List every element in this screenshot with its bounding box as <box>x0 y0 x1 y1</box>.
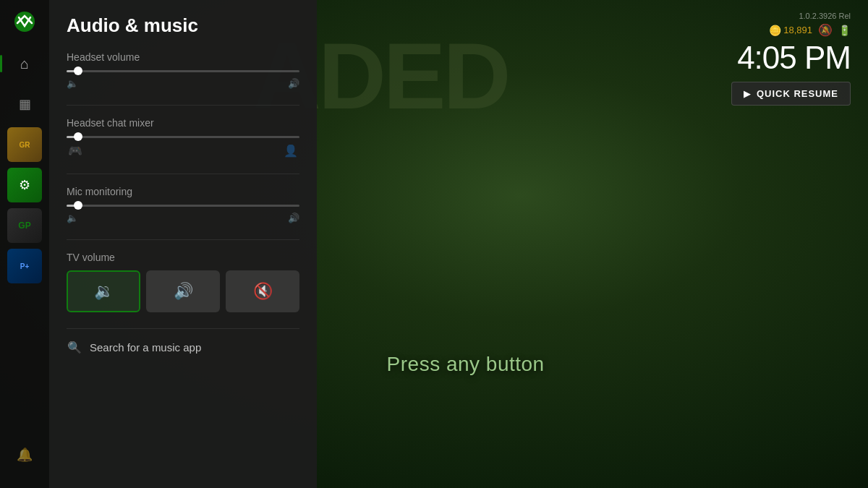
gamepass-thumb-img: GP <box>7 208 42 243</box>
sidebar-item-library[interactable]: ▦ <box>6 85 43 123</box>
gold-amount: 🪙 18,891 <box>769 25 812 36</box>
tv-volume-mid-button[interactable]: 🔊 <box>146 270 220 312</box>
gold-coin-icon: 🪙 <box>769 25 781 36</box>
tv-volume-label: TV volume <box>67 252 299 263</box>
settings-thumb-img: ⚙ <box>7 168 42 202</box>
audio-music-panel: Audio & music Headset volume 🔈 🔊 Headset… <box>49 0 317 488</box>
volume-low-icon: 🔈 <box>67 78 78 89</box>
headset-volume-thumb <box>74 67 82 75</box>
tv-volume-mute-icon: 🔇 <box>253 282 273 301</box>
settings-thumbnail: ⚙ <box>7 168 42 202</box>
sidebar-item-grounded[interactable]: GR <box>6 126 43 163</box>
press-any-button-text: Press any button <box>387 353 545 376</box>
battery-icon: 🔋 <box>838 25 851 36</box>
svg-point-0 <box>14 12 35 32</box>
sidebar: ⌂ ▦ GR ⚙ GP P+ 🔔 <box>0 0 49 488</box>
mic-high-icon: 🔊 <box>288 213 299 223</box>
headset-volume-section: Headset volume 🔈 🔊 <box>67 51 299 89</box>
mic-monitoring-section: Mic monitoring 🔈 🔊 <box>67 186 299 223</box>
search-music-label: Search for a music app <box>90 341 201 354</box>
divider-2 <box>67 174 299 174</box>
headset-chat-mixer-label: Headset chat mixer <box>67 117 299 129</box>
tv-volume-mute-button[interactable]: 🔇 <box>226 270 299 312</box>
gold-value: 18,891 <box>783 25 812 35</box>
headset-chat-mixer-slider[interactable] <box>67 136 299 138</box>
battery-symbol: 🔋 <box>838 25 851 36</box>
search-icon: 🔍 <box>67 339 82 355</box>
library-icon: ▦ <box>19 96 31 112</box>
divider-1 <box>67 105 299 106</box>
tv-volume-section: TV volume 🔉 🔊 🔇 <box>67 252 299 312</box>
gamepad-icon: 🎮 <box>68 144 82 158</box>
divider-3 <box>67 239 299 240</box>
paramount-thumb-img: P+ <box>7 249 42 283</box>
mic-monitoring-slider[interactable] <box>67 205 299 207</box>
clock-display: 4:05 PM <box>731 40 851 76</box>
mute-notification-icon: 🔕 <box>818 23 833 37</box>
mic-monitoring-label: Mic monitoring <box>67 186 299 197</box>
volume-high-icon: 🔊 <box>288 78 299 89</box>
headset-volume-slider[interactable] <box>67 70 299 72</box>
person-icon: 👤 <box>284 144 298 158</box>
bell-icon: 🔔 <box>17 447 33 463</box>
sidebar-item-notifications[interactable]: 🔔 <box>6 436 43 474</box>
xbox-logo[interactable] <box>12 9 38 35</box>
paramount-thumbnail: P+ <box>7 249 42 283</box>
headset-volume-icons: 🔈 🔊 <box>67 78 299 89</box>
mixer-icons-row: 🎮 👤 <box>67 144 299 158</box>
quick-resume-button[interactable]: ▶ QUICK RESUME <box>731 82 851 106</box>
mic-monitoring-icons: 🔈 🔊 <box>67 213 299 223</box>
sidebar-item-home[interactable]: ⌂ <box>6 45 43 82</box>
headset-volume-label: Headset volume <box>67 51 299 63</box>
sidebar-item-settings[interactable]: ⚙ <box>6 166 43 204</box>
tv-volume-buttons: 🔉 🔊 🔇 <box>67 270 299 312</box>
headset-chat-mixer-thumb <box>74 132 82 141</box>
version-text: 1.0.2.3926 Rel <box>731 12 851 20</box>
gamepass-thumbnail: GP <box>7 208 42 243</box>
sidebar-bottom: 🔔 <box>0 436 49 474</box>
tv-volume-low-icon: 🔉 <box>94 282 114 301</box>
mic-monitoring-thumb <box>74 201 82 210</box>
hud: 1.0.2.3926 Rel 🪙 18,891 🔕 🔋 4:05 PM ▶ QU… <box>731 12 851 106</box>
sidebar-item-paramount[interactable]: P+ <box>6 247 43 285</box>
mic-low-icon: 🔈 <box>67 213 78 223</box>
home-icon: ⌂ <box>20 56 29 72</box>
search-music-row[interactable]: 🔍 Search for a music app <box>67 328 299 365</box>
headset-chat-mixer-section: Headset chat mixer 🎮 👤 <box>67 117 299 158</box>
panel-title: Audio & music <box>67 14 299 37</box>
quick-resume-play-icon: ▶ <box>744 89 751 99</box>
hud-status-row: 🪙 18,891 🔕 🔋 <box>731 23 851 37</box>
grounded-thumb-img: GR <box>7 127 42 162</box>
quick-resume-label: QUICK RESUME <box>757 88 838 99</box>
sidebar-item-gamepass[interactable]: GP <box>6 207 43 244</box>
grounded-thumbnail: GR <box>7 127 42 162</box>
tv-volume-low-button[interactable]: 🔉 <box>67 270 140 312</box>
tv-volume-mid-icon: 🔊 <box>174 282 193 301</box>
